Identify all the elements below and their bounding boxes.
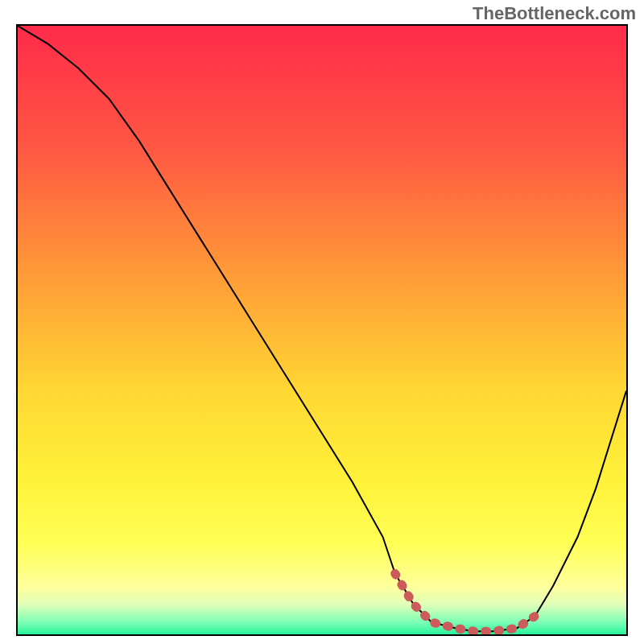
chart-plot <box>18 26 626 634</box>
gradient-background <box>18 26 626 634</box>
watermark-text: TheBottleneck.com <box>473 3 636 24</box>
chart-frame <box>16 24 628 636</box>
